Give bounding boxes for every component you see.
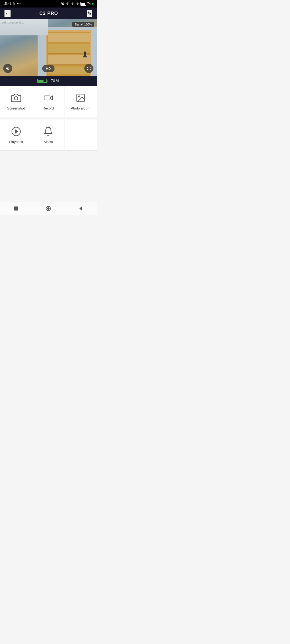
- alarm-label: Alarm: [44, 140, 53, 144]
- record-icon: [43, 92, 54, 104]
- nav-square-button[interactable]: [10, 202, 23, 215]
- battery-indicator: [80, 2, 86, 6]
- nav-home-button[interactable]: [42, 202, 55, 215]
- svg-marker-25: [79, 206, 82, 210]
- mute-button[interactable]: [3, 64, 12, 73]
- svg-rect-13: [44, 96, 50, 100]
- battery-visual: [37, 79, 48, 83]
- svg-rect-4: [48, 44, 90, 53]
- svg-rect-10: [84, 52, 86, 57]
- camera-timestamp: 2024-11-13 15:41:01: [2, 21, 24, 24]
- app-header: ← C2 PRO ✎: [0, 8, 97, 19]
- wifi-icon: [75, 2, 79, 6]
- status-bar: 15:41 M ••• 74: [0, 0, 97, 8]
- back-button[interactable]: ←: [4, 10, 11, 17]
- playback-label: Playback: [9, 140, 23, 144]
- svg-point-16: [78, 96, 80, 97]
- active-dot: [92, 3, 93, 5]
- photo-album-button[interactable]: Photo album: [64, 86, 97, 117]
- square-icon: [13, 206, 19, 211]
- alarm-icon: [43, 126, 54, 137]
- camera-feed: 2024-11-13 15:41:01 Signal: 100% HD: [0, 19, 97, 76]
- playback-button[interactable]: Playback: [0, 119, 32, 150]
- gmail-icon: M: [13, 2, 16, 6]
- battery-pct-status: 74: [87, 2, 91, 6]
- alarm-button[interactable]: Alarm: [32, 119, 64, 150]
- empty-cell: [64, 119, 97, 150]
- svg-rect-3: [48, 33, 90, 42]
- svg-point-24: [47, 207, 49, 209]
- status-right: 74: [61, 2, 93, 6]
- signal2-icon: [71, 2, 74, 6]
- home-circle-icon: [45, 206, 51, 211]
- battery-body: [37, 79, 47, 83]
- record-button[interactable]: Record: [32, 86, 64, 117]
- playback-icon: [10, 126, 22, 137]
- battery-fill: [38, 80, 44, 82]
- edit-button[interactable]: ✎: [87, 10, 92, 17]
- nav-bar: [0, 202, 97, 215]
- svg-rect-11: [83, 56, 87, 57]
- photo-album-label: Photo album: [71, 106, 90, 110]
- actions-grid-row1: Screenshot Record Photo album: [0, 86, 97, 117]
- battery-percentage: 70 %: [51, 79, 60, 83]
- status-dots: •••: [17, 2, 21, 6]
- svg-rect-22: [14, 206, 18, 210]
- svg-marker-18: [15, 130, 18, 133]
- nav-back-button[interactable]: [74, 202, 87, 215]
- svg-line-21: [46, 127, 47, 128]
- camera-controls: HD: [0, 64, 97, 73]
- screenshot-icon: [10, 92, 22, 104]
- signal1-icon: [66, 2, 70, 6]
- mute-icon: [61, 2, 65, 6]
- signal-badge: Signal: 100%: [72, 22, 94, 27]
- page-title: C2 PRO: [39, 11, 58, 16]
- battery-tip: [48, 80, 48, 82]
- battery-status-bar: 70 %: [0, 76, 97, 86]
- status-left: 15:41 M •••: [3, 2, 21, 6]
- status-time: 15:41: [3, 2, 11, 6]
- hd-button[interactable]: HD: [42, 65, 55, 72]
- fullscreen-button[interactable]: [84, 64, 93, 73]
- svg-point-12: [14, 97, 18, 100]
- actions-grid-row2: Playback Alarm: [0, 119, 97, 151]
- back-icon: [78, 206, 83, 211]
- screenshot-label: Screenshot: [7, 106, 25, 110]
- svg-marker-14: [50, 96, 53, 100]
- svg-line-20: [49, 127, 50, 128]
- screenshot-button[interactable]: Screenshot: [0, 86, 32, 117]
- photo-album-icon: [75, 92, 86, 104]
- record-label: Record: [43, 106, 54, 110]
